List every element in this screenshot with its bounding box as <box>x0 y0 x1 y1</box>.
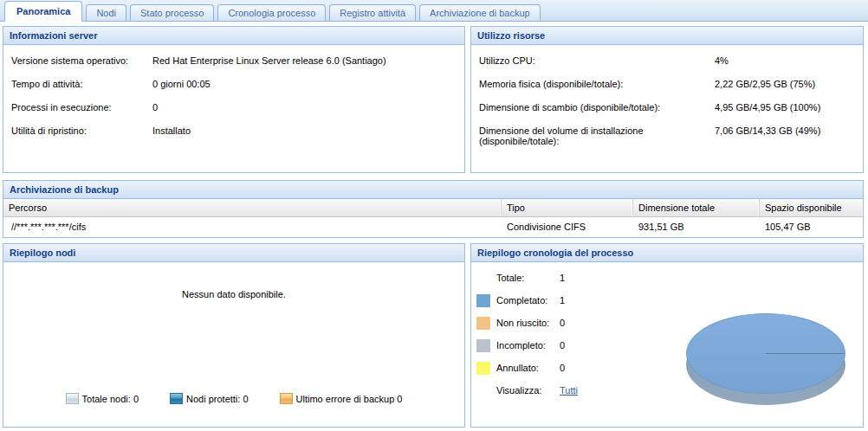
resource-usage-rows: Utilizzo CPU: 4% Memoria fisica (disponi… <box>471 45 863 146</box>
resource-value: 4,95 GB/4,95 GB (100%) <box>715 102 855 113</box>
cell-path: //***.***.***.***/cifs <box>3 217 502 236</box>
backup-storage-panel: Archiviazione di backup Percorso Tipo Di… <box>3 180 864 238</box>
info-row-recovery-utility: Utilità di ripristino: Installato <box>3 119 464 143</box>
protected-nodes-swatch-icon <box>170 393 183 404</box>
process-value: 0 <box>560 340 684 351</box>
tab-archiviazione-backup[interactable]: Archiviazione di backup <box>419 4 541 21</box>
tab-stato-processo[interactable]: Stato processo <box>130 4 214 21</box>
info-value: Red Hat Enterprise Linux Server release … <box>152 55 457 66</box>
process-label: Non riuscito: <box>496 318 554 329</box>
resource-usage-panel: Utilizzo risorse Utilizzo CPU: 4% Memori… <box>470 26 864 173</box>
tab-panoramica[interactable]: Panoramica <box>4 1 82 22</box>
process-value: 1 <box>560 273 684 283</box>
tab-nodi[interactable]: Nodi <box>86 4 126 21</box>
process-row-completed: Completato: 1 <box>476 293 684 307</box>
resource-row-install-volume: Dimensione del volume di installazione (… <box>471 119 863 146</box>
cell-free: 105,47 GB <box>760 217 863 236</box>
info-label: Processi in esecuzione: <box>11 102 152 113</box>
process-row-view: Visualizza: Tutti <box>476 383 684 397</box>
backup-storage-table-header: Percorso Tipo Dimensione totale Spazio d… <box>3 199 863 217</box>
tab-bar: Panoramica Nodi Stato processo Cronologi… <box>0 0 868 22</box>
resource-label: Dimensione di scambio (disponibile/total… <box>479 102 715 113</box>
resource-value: 7,06 GB/14,33 GB (49%) <box>715 125 855 136</box>
nodes-summary-body: Nessun dato disponibile. Totale nodi: 0 … <box>3 289 464 431</box>
legend-label: Totale nodi: 0 <box>82 394 139 404</box>
info-row-jobs: Processi in esecuzione: 0 <box>3 96 464 119</box>
backup-error-swatch-icon <box>280 393 293 404</box>
column-header-total[interactable]: Dimensione totale <box>633 199 760 216</box>
server-info-rows: Versione sistema operativo: Red Hat Ente… <box>3 45 464 143</box>
process-row-cancelled: Annullato: 0 <box>476 361 684 375</box>
resource-usage-title: Utilizzo risorse <box>471 27 863 45</box>
info-value: Installato <box>152 125 457 136</box>
server-info-panel: Informazioni server Versione sistema ope… <box>3 26 465 173</box>
completed-swatch-icon <box>476 294 490 307</box>
legend-item-last-backup-error: Ultimo errore di backup 0 <box>280 393 403 404</box>
pie-slice-boundary <box>766 353 844 354</box>
cell-type: Condivisione CIFS <box>502 217 633 236</box>
info-label: Utilità di ripristino: <box>11 125 152 136</box>
process-value: 1 <box>560 295 684 306</box>
cell-total: 931,51 GB <box>633 217 760 236</box>
nodes-legend: Totale nodi: 0 Nodi protetti: 0 Ultimo e… <box>3 393 464 404</box>
view-label: Visualizza: <box>496 385 554 396</box>
tab-registro-attivita[interactable]: Registro attività <box>329 4 416 21</box>
process-history-title: Riepilogo cronologia del processo <box>471 244 863 262</box>
legend-item-total-nodes: Totale nodi: 0 <box>66 393 139 404</box>
info-value: 0 giorni 00:05 <box>152 79 457 89</box>
process-history-summary-panel: Riepilogo cronologia del processo Totale… <box>470 243 864 428</box>
column-header-path[interactable]: Percorso <box>3 199 502 216</box>
legend-label: Nodi protetti: 0 <box>186 394 249 404</box>
no-data-message: Nessun dato disponibile. <box>3 289 464 299</box>
resource-value: 2,22 GB/2,95 GB (75%) <box>715 79 855 89</box>
info-label: Versione sistema operativo: <box>11 55 152 66</box>
legend-item-protected-nodes: Nodi protetti: 0 <box>170 393 249 404</box>
backup-storage-title: Archiviazione di backup <box>3 181 863 199</box>
resource-label: Memoria fisica (disponibile/totale): <box>479 79 715 89</box>
info-label: Tempo di attività: <box>11 79 152 89</box>
info-row-os: Versione sistema operativo: Red Hat Ente… <box>3 49 464 73</box>
cancelled-swatch-icon <box>476 362 490 375</box>
process-row-failed: Non riuscito: 0 <box>476 316 684 330</box>
resource-row-swap: Dimensione di scambio (disponibile/total… <box>471 96 863 119</box>
nodes-summary-title: Riepilogo nodi <box>3 244 464 262</box>
process-history-body: Totale: 1 Completato: 1 Non riuscito: 0 … <box>471 262 863 427</box>
info-value: 0 <box>152 102 457 113</box>
column-header-type[interactable]: Tipo <box>502 199 633 216</box>
failed-swatch-icon <box>476 317 490 330</box>
resource-row-memory: Memoria fisica (disponibile/totale): 2,2… <box>471 73 863 96</box>
tab-cronologia-processo[interactable]: Cronologia processo <box>217 4 326 21</box>
process-pie-chart <box>686 313 845 408</box>
process-label: Annullato: <box>496 363 554 374</box>
column-header-free[interactable]: Spazio disponibile <box>760 199 863 216</box>
process-row-incomplete: Incompleto: 0 <box>476 338 684 352</box>
process-value: 0 <box>560 363 684 373</box>
info-row-uptime: Tempo di attività: 0 giorni 00:05 <box>3 73 464 96</box>
resource-label: Dimensione del volume di installazione (… <box>479 125 715 146</box>
incomplete-swatch-icon <box>476 339 490 352</box>
resource-value: 4% <box>715 55 855 66</box>
process-label: Totale: <box>496 273 554 284</box>
nodes-summary-panel: Riepilogo nodi Nessun dato disponibile. … <box>3 243 465 428</box>
resource-label: Utilizzo CPU: <box>479 55 715 66</box>
resource-row-cpu: Utilizzo CPU: 4% <box>471 49 863 73</box>
process-legend: Totale: 1 Completato: 1 Non riuscito: 0 … <box>476 271 684 406</box>
process-label: Incompleto: <box>496 340 554 351</box>
process-label: Completato: <box>496 295 554 306</box>
process-value: 0 <box>560 318 684 328</box>
total-nodes-swatch-icon <box>66 393 79 404</box>
process-row-total: Totale: 1 <box>476 271 684 285</box>
legend-label: Ultimo errore di backup 0 <box>296 394 403 404</box>
view-all-link[interactable]: Tutti <box>560 385 578 396</box>
table-row[interactable]: //***.***.***.***/cifs Condivisione CIFS… <box>3 217 863 236</box>
server-info-title: Informazioni server <box>3 27 464 45</box>
